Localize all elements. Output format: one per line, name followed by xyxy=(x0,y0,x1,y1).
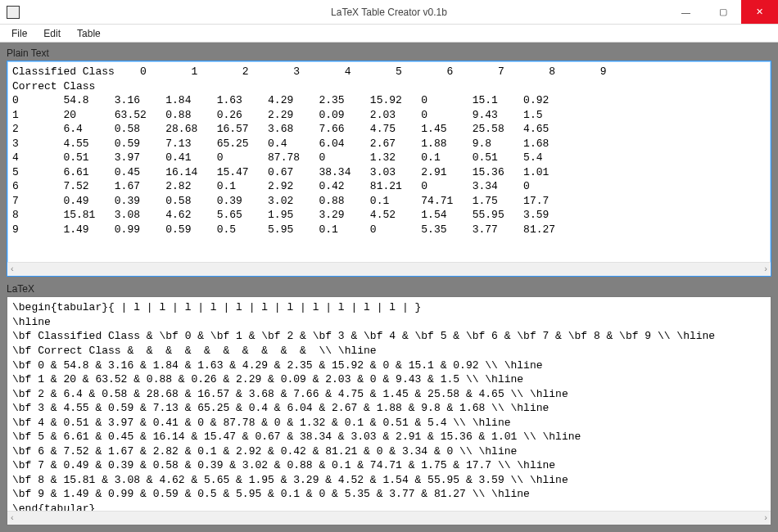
plain-text-hscroll[interactable]: ‹ › xyxy=(7,262,771,276)
latex-area[interactable]: \begin{tabular}{ | l | l | l | l | l | l… xyxy=(7,297,771,511)
window-controls: — ▢ ✕ xyxy=(667,0,778,24)
latex-hscroll[interactable]: ‹ › xyxy=(7,511,771,525)
menu-file[interactable]: File xyxy=(3,26,35,41)
maximize-button[interactable]: ▢ xyxy=(704,0,741,24)
plain-text-panel[interactable]: Classified Class 0 1 2 3 4 5 6 7 8 9 Cor… xyxy=(7,61,771,277)
menu-table[interactable]: Table xyxy=(69,26,109,41)
app-icon xyxy=(7,6,20,19)
scroll-left-icon[interactable]: ‹ xyxy=(11,512,14,522)
scroll-left-icon[interactable]: ‹ xyxy=(11,264,14,273)
client-area: Plain Text Classified Class 0 1 2 3 4 5 … xyxy=(0,43,778,532)
menu-edit[interactable]: Edit xyxy=(35,26,69,41)
menubar: File Edit Table xyxy=(0,25,778,43)
titlebar[interactable]: LaTeX Table Creator v0.1b — ▢ ✕ xyxy=(0,0,778,25)
plain-text-label: Plain Text xyxy=(7,47,771,59)
minimize-button[interactable]: — xyxy=(667,0,704,24)
latex-panel[interactable]: \begin{tabular}{ | l | l | l | l | l | l… xyxy=(7,296,771,525)
window-title: LaTeX Table Creator v0.1b xyxy=(0,7,778,18)
plain-text-area[interactable]: Classified Class 0 1 2 3 4 5 6 7 8 9 Cor… xyxy=(7,61,771,262)
scroll-right-icon[interactable]: › xyxy=(764,512,767,522)
scroll-right-icon[interactable]: › xyxy=(764,264,767,273)
latex-label: LaTeX xyxy=(7,283,771,295)
close-button[interactable]: ✕ xyxy=(741,0,778,24)
